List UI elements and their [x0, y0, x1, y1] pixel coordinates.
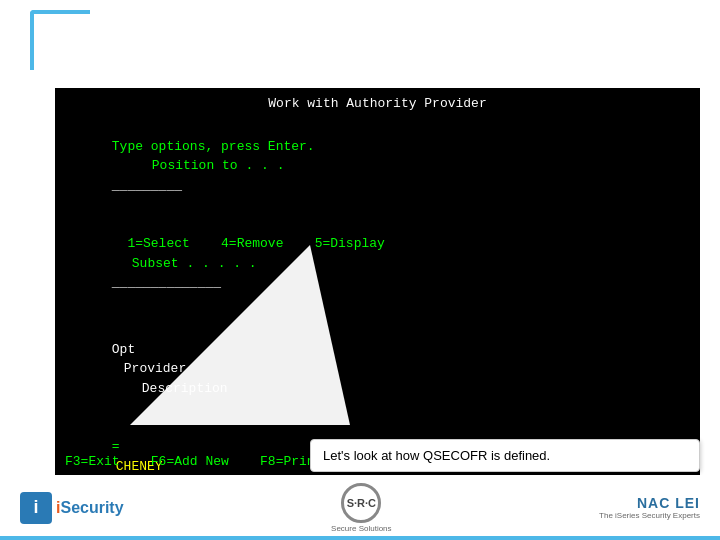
naclei-sub: The iSeries Security Experts	[599, 511, 700, 520]
bottom-blue-line	[0, 536, 720, 540]
naclei-logo: NAC LEI The iSeries Security Experts	[599, 495, 700, 520]
isecurity-icon: i	[20, 492, 52, 524]
terminal-fkeys: F3=Exit F6=Add New F8=Print	[65, 454, 322, 469]
bottom-bar: i iSecurity S·R·C Secure Solutions NAC L…	[0, 475, 720, 540]
terminal-instructions: Type options, press Enter. Position to .…	[65, 117, 690, 215]
slide-container: Work with Authority Provider Type option…	[0, 0, 720, 540]
src-circle: S·R·C	[341, 483, 381, 523]
top-bar-accent	[30, 10, 90, 70]
top-bar	[0, 0, 720, 80]
terminal-options: 1=Select 4=Remove 5=Display Subset . . .…	[65, 215, 690, 313]
terminal-screen: Work with Authority Provider Type option…	[55, 88, 700, 475]
naclei-text: NAC LEI	[637, 495, 700, 511]
terminal-title: Work with Authority Provider	[65, 96, 690, 111]
isecurity-logo: i iSecurity	[20, 492, 124, 524]
terminal-column-headers: Opt Provider Description	[65, 320, 690, 418]
tooltip-text: Let's look at how QSECOFR is defined.	[323, 448, 550, 463]
src-sub: Secure Solutions	[331, 524, 391, 533]
tooltip-box: Let's look at how QSECOFR is defined.	[310, 439, 700, 472]
isecurity-text: iSecurity	[56, 499, 124, 517]
src-logo: S·R·C Secure Solutions	[331, 483, 391, 533]
